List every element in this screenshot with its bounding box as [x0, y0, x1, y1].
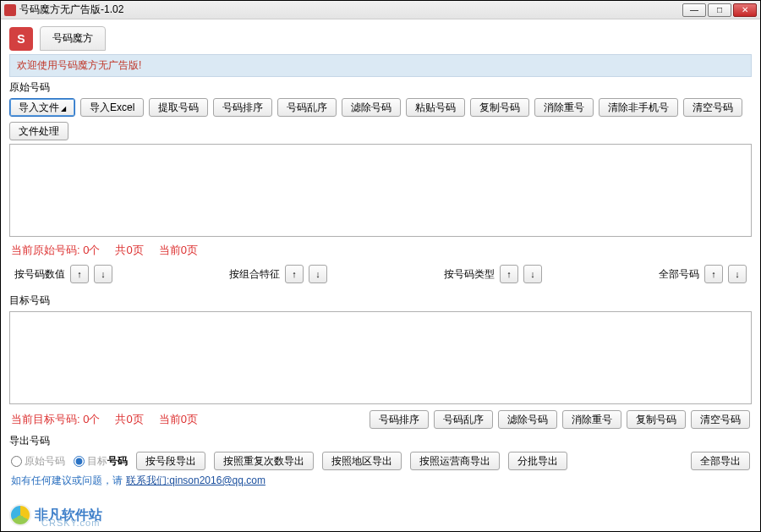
- sort-value-down-button[interactable]: ↓: [94, 265, 112, 283]
- radio-target[interactable]: 目标号码: [74, 454, 128, 469]
- watermark-logo-icon: [9, 504, 31, 526]
- source-count: 当前原始号码: 0个: [11, 243, 100, 258]
- file-process-button[interactable]: 文件处理: [9, 122, 68, 140]
- header-row: S 号码魔方: [1, 19, 760, 54]
- source-toolbar: 导入文件◢ 导入Excel 提取号码 号码排序 号码乱序 滤除号码 粘贴号码 复…: [9, 98, 752, 140]
- target-label: 目标号码: [9, 293, 752, 308]
- app-icon: [4, 4, 16, 16]
- sort-all: 全部号码 ↑ ↓: [659, 265, 747, 283]
- maximize-button[interactable]: □: [708, 3, 731, 17]
- sort-all-up-button[interactable]: ↑: [704, 265, 723, 283]
- source-pages-total: 共0页: [115, 243, 143, 258]
- target-textarea[interactable]: [9, 311, 752, 404]
- target-status: 当前目标号码: 0个 共0页 当前0页: [11, 412, 198, 427]
- filter-source-button[interactable]: 滤除号码: [342, 98, 401, 117]
- source-page-current: 当前0页: [159, 243, 198, 258]
- export-row: 原始号码 目标号码 按号段导出 按照重复次数导出 按照地区导出 按照运营商导出 …: [11, 452, 750, 470]
- export-by-region-button[interactable]: 按照地区导出: [322, 452, 402, 470]
- watermark-text: 非凡软件站: [35, 507, 102, 524]
- watermark-sub: CRSKY.com: [41, 518, 100, 528]
- export-by-carrier-button[interactable]: 按照运营商导出: [410, 452, 500, 470]
- target-pages-total: 共0页: [115, 412, 143, 427]
- footer-prefix: 如有任何建议或问题，请: [11, 474, 123, 488]
- target-status-row: 当前目标号码: 0个 共0页 当前0页 号码排序 号码乱序 滤除号码 消除重号 …: [11, 410, 750, 429]
- import-excel-button[interactable]: 导入Excel: [80, 98, 144, 117]
- export-radio-group: 原始号码 目标号码: [11, 454, 128, 469]
- export-label: 导出号码: [9, 434, 752, 448]
- shuffle-source-button[interactable]: 号码乱序: [277, 98, 337, 117]
- footer: 如有任何建议或问题，请 联系我们:qinson2016@qq.com: [11, 474, 750, 488]
- close-button[interactable]: ✕: [733, 3, 757, 17]
- target-count: 当前目标号码: 0个: [11, 412, 100, 427]
- sort-by-combo: 按组合特征 ↑ ↓: [229, 265, 327, 283]
- sort-row: 按号码数值 ↑ ↓ 按组合特征 ↑ ↓ 按号码类型 ↑ ↓ 全部号码 ↑ ↓: [9, 265, 752, 290]
- minimize-button[interactable]: —: [682, 3, 706, 17]
- dropdown-icon: ◢: [61, 105, 66, 112]
- clear-target-button[interactable]: 清空号码: [691, 410, 750, 429]
- sort-combo-down-button[interactable]: ↓: [309, 265, 327, 283]
- target-page-current: 当前0页: [159, 412, 198, 427]
- paste-button[interactable]: 粘贴号码: [406, 98, 465, 117]
- export-batch-button[interactable]: 分批导出: [508, 452, 567, 470]
- sort-all-down-button[interactable]: ↓: [728, 265, 747, 283]
- header-tab[interactable]: 号码魔方: [40, 26, 106, 51]
- source-section: 原始号码 导入文件◢ 导入Excel 提取号码 号码排序 号码乱序 滤除号码 粘…: [9, 80, 752, 290]
- export-section: 导出号码 原始号码 目标号码 按号段导出 按照重复次数导出 按照地区导出 按照运…: [9, 434, 752, 488]
- sort-by-value: 按号码数值 ↑ ↓: [14, 265, 112, 283]
- dedupe-source-button[interactable]: 消除重号: [534, 98, 594, 117]
- target-toolbar: 号码排序 号码乱序 滤除号码 消除重号 复制号码 清空号码: [370, 410, 750, 429]
- clear-source-button[interactable]: 清空号码: [683, 98, 742, 117]
- source-label: 原始号码: [9, 80, 752, 95]
- sort-type-up-button[interactable]: ↑: [500, 265, 518, 283]
- titlebar: 号码魔方无广告版-1.02 — □ ✕: [1, 1, 760, 19]
- brand-icon: S: [9, 27, 33, 51]
- window-buttons: — □ ✕: [682, 3, 757, 17]
- source-textarea[interactable]: [9, 144, 752, 237]
- export-by-repeat-button[interactable]: 按照重复次数导出: [214, 452, 314, 470]
- radio-source[interactable]: 原始号码: [11, 454, 65, 469]
- window-title: 号码魔方无广告版-1.02: [19, 3, 682, 17]
- watermark: 非凡软件站 CRSKY.com: [9, 504, 102, 526]
- dedupe-target-button[interactable]: 消除重号: [562, 410, 621, 429]
- import-file-button[interactable]: 导入文件◢: [9, 98, 75, 117]
- radio-source-input[interactable]: [11, 456, 22, 467]
- sort-type-down-button[interactable]: ↓: [523, 265, 542, 283]
- radio-target-input[interactable]: [74, 456, 85, 467]
- filter-target-button[interactable]: 滤除号码: [498, 410, 557, 429]
- clear-nonmobile-button[interactable]: 清除非手机号: [599, 98, 678, 117]
- extract-button[interactable]: 提取号码: [149, 98, 208, 117]
- sort-source-button[interactable]: 号码排序: [213, 98, 272, 117]
- sort-value-up-button[interactable]: ↑: [70, 265, 89, 283]
- welcome-banner: 欢迎使用号码魔方无广告版!: [9, 54, 752, 77]
- sort-by-type: 按号码类型 ↑ ↓: [444, 265, 542, 283]
- copy-target-button[interactable]: 复制号码: [627, 410, 686, 429]
- copy-source-button[interactable]: 复制号码: [470, 98, 529, 117]
- target-section: 目标号码 当前目标号码: 0个 共0页 当前0页 号码排序 号码乱序 滤除号码 …: [9, 293, 752, 429]
- sort-combo-up-button[interactable]: ↑: [285, 265, 304, 283]
- source-status: 当前原始号码: 0个 共0页 当前0页: [11, 243, 750, 258]
- export-all-button[interactable]: 全部导出: [691, 452, 750, 470]
- contact-link[interactable]: 联系我们:qinson2016@qq.com: [126, 474, 266, 488]
- export-by-segment-button[interactable]: 按号段导出: [136, 452, 205, 470]
- shuffle-target-button[interactable]: 号码乱序: [434, 410, 493, 429]
- sort-target-button[interactable]: 号码排序: [370, 410, 429, 429]
